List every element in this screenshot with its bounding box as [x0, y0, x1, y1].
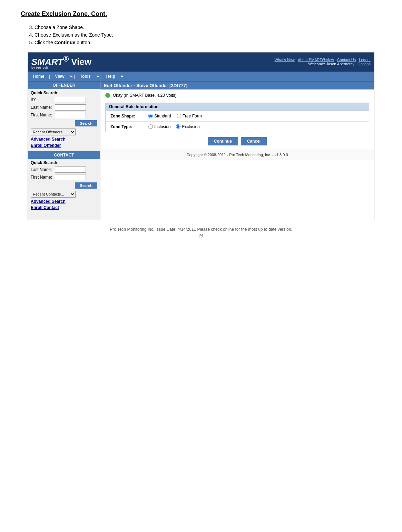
instruction-4: Choose Exclusion as the Zone Type. [35, 32, 381, 38]
offender-section-header: OFFENDER [28, 82, 100, 89]
continue-button[interactable]: Continue [208, 137, 238, 145]
rule-section-header: General Rule Information [106, 103, 369, 111]
zone-shape-standard-label: Standard [154, 114, 171, 118]
zone-shape-freeform-option[interactable]: Free Form [177, 114, 202, 118]
contact-lastname-label: Last Name: [31, 167, 55, 172]
contact-firstname-input[interactable] [55, 174, 86, 180]
contact-section-header: CONTACT [28, 151, 100, 159]
zone-type-exclusion-label: Exclusion [182, 124, 199, 129]
contact-enroll-link[interactable]: Enroll Contact [28, 205, 100, 211]
app-footer: Copyright © 2008-2011 - Pro Tech Monitor… [100, 149, 374, 160]
logout-link[interactable]: Logout [359, 58, 371, 62]
header-right: What's New About SMART@View Contact Us L… [272, 58, 371, 66]
content-title-bar: Edit Offender - Steve Offender [224777] [100, 82, 374, 89]
offender-recent-select[interactable]: Recent Offenders... [31, 129, 76, 135]
offender-firstname-label: First Name: [31, 113, 55, 117]
page-title: Create Exclusion Zone, Cont. [21, 10, 381, 18]
offender-enroll-link[interactable]: Enroll Offender [28, 142, 100, 149]
cancel-button[interactable]: Cancel [241, 137, 267, 145]
contact-quick-search-label: Quick Search: [28, 159, 100, 166]
welcome-text: Welcome: Jason Abernethy Options [272, 62, 371, 66]
nav-tools[interactable]: Tools [75, 73, 96, 80]
nav-view[interactable]: View [50, 73, 69, 80]
offender-lastname-input[interactable] [55, 104, 86, 111]
offender-search-button[interactable]: Search [75, 120, 97, 126]
header-links: What's New About SMART@View Contact Us L… [272, 58, 371, 62]
buttons-row: Continue Cancel [105, 137, 369, 145]
contact-lastname-input[interactable] [55, 167, 86, 173]
zone-type-radio-group: Inclusion Exclusion [148, 124, 200, 129]
page-number: 24 [21, 233, 381, 238]
nav-arrow-1: ► [70, 74, 73, 78]
rule-section: General Rule Information Zone Shape: Sta… [105, 103, 369, 132]
about-link[interactable]: About SMART@View [298, 58, 334, 62]
contact-advanced-search-link[interactable]: Advanced Search [28, 198, 100, 205]
offender-id1-row: ID1: [28, 96, 100, 104]
status-text: Okay (In SMART Base, 4.20 Volts) [113, 93, 176, 98]
contact-lastname-row: Last Name: [28, 166, 100, 173]
nav-arrow-3: ► [121, 74, 124, 78]
zone-shape-label: Zone Shape: [110, 114, 148, 118]
page-footer-text: Pro Tech Monitoring Inc. Issue Date: 4/1… [21, 227, 381, 232]
whats-new-link[interactable]: What's New [274, 58, 294, 62]
zone-shape-standard-option[interactable]: Standard [148, 114, 171, 118]
nav-bar: Home | View ► | Tools ► | Help ► [28, 72, 374, 82]
offender-id1-input[interactable] [55, 97, 86, 103]
zone-type-exclusion-radio[interactable] [176, 124, 180, 129]
offender-firstname-row: First Name: [28, 111, 100, 119]
instruction-5: Click the Continue button. [35, 40, 381, 45]
zone-shape-freeform-label: Free Form [183, 114, 202, 118]
zone-type-exclusion-option[interactable]: Exclusion [176, 124, 199, 129]
contact-search-button[interactable]: Search [75, 182, 97, 189]
zone-shape-radio-group: Standard Free Form [148, 114, 202, 118]
offender-id1-label: ID1: [31, 97, 55, 102]
nav-arrow-2: ► [96, 74, 100, 78]
nav-help[interactable]: Help [101, 73, 120, 80]
logo-smart: SMART® View [31, 57, 91, 67]
contact-recent-select[interactable]: Recent Contacts... [31, 191, 76, 198]
offender-lastname-label: Last Name: [31, 105, 55, 110]
zone-shape-freeform-radio[interactable] [177, 114, 181, 118]
zone-type-label: Zone Type: [110, 124, 148, 129]
app-container: SMART® View by ProTech What's New About … [28, 52, 374, 220]
nav-home[interactable]: Home [28, 73, 49, 80]
page-footer: Pro Tech Monitoring Inc. Issue Date: 4/1… [21, 220, 381, 241]
content-body: Okay (In SMART Base, 4.20 Volts) General… [100, 89, 374, 149]
options-link[interactable]: Options [357, 62, 371, 66]
instruction-3: Choose a Zone Shape. [35, 25, 381, 30]
zone-type-inclusion-label: Inclusion [154, 124, 170, 129]
contact-firstname-row: First Name: [28, 173, 100, 181]
zone-type-inclusion-radio[interactable] [148, 124, 153, 129]
offender-lastname-row: Last Name: [28, 104, 100, 111]
offender-quick-search-label: Quick Search: [28, 89, 100, 96]
contact-us-link[interactable]: Contact Us [337, 58, 356, 62]
app-header: SMART® View by ProTech What's New About … [28, 53, 374, 72]
status-dot [105, 93, 110, 98]
sidebar: OFFENDER Quick Search: ID1: Last Name: F… [28, 82, 100, 220]
content-area: Edit Offender - Steve Offender [224777] … [100, 82, 374, 220]
zone-shape-row: Zone Shape: Standard Free Form [106, 111, 369, 122]
app-logo: SMART® View by ProTech [31, 55, 91, 69]
offender-advanced-search-link[interactable]: Advanced Search [28, 136, 100, 142]
contact-firstname-label: First Name: [31, 175, 55, 180]
status-row: Okay (In SMART Base, 4.20 Volts) [105, 93, 369, 98]
instructions: Choose a Zone Shape. Choose Exclusion as… [21, 25, 381, 45]
zone-type-row: Zone Type: Inclusion Exclusion [106, 122, 369, 132]
zone-shape-standard-radio[interactable] [148, 114, 153, 118]
offender-firstname-input[interactable] [55, 112, 86, 118]
main-layout: OFFENDER Quick Search: ID1: Last Name: F… [28, 82, 374, 220]
zone-type-inclusion-option[interactable]: Inclusion [148, 124, 170, 129]
